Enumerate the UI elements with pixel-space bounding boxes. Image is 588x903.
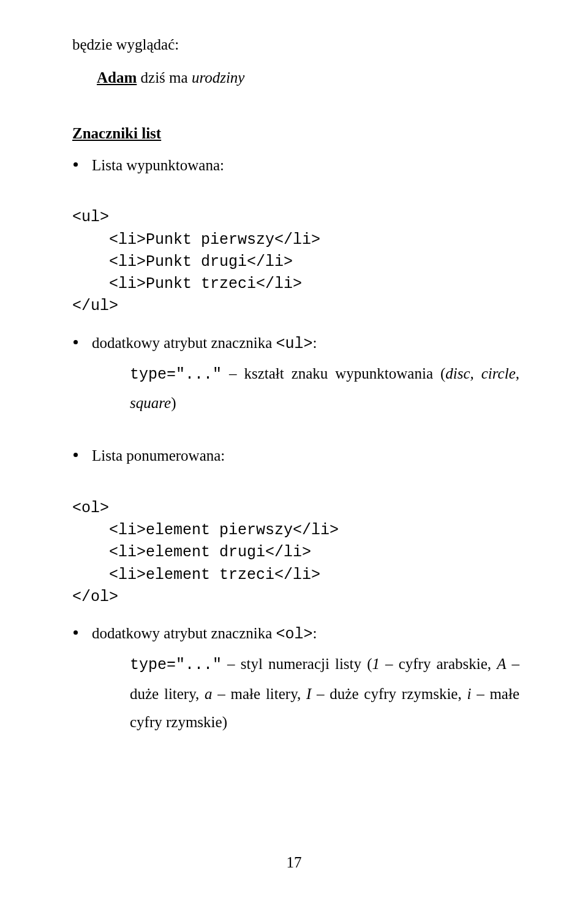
code-line: <li>Punkt pierwszy</li> [109, 231, 320, 249]
section-heading-znaczniki-list: Znaczniki list [72, 119, 519, 148]
bullet-ul-attribute: dodatkowy atrybut znacznika <ul>: [72, 329, 519, 358]
bullet-lista-wypunktowana: Lista wypunktowana: [72, 151, 519, 179]
sub-item-ul-type: type="..." – kształt znaku wypunktowania… [72, 360, 519, 418]
bullet-lista-ponumerowana: Lista ponumerowana: [72, 442, 519, 470]
bullet-label: dodatkowy atrybut znacznika <ol>: [92, 625, 317, 641]
code-line: <li>element drugi</li> [109, 543, 311, 561]
page-number: 17 [0, 854, 588, 871]
code-line: <li>element trzeci</li> [109, 566, 320, 584]
code-line: <li>Punkt trzeci</li> [109, 275, 302, 293]
code-line: </ul> [72, 297, 118, 315]
bullet-ol-attribute: dodatkowy atrybut znacznika <ol>: [72, 619, 519, 649]
bullet-label: Lista wypunktowana: [92, 157, 224, 173]
bullet-label: Lista ponumerowana: [92, 447, 225, 464]
code-line: <li>element pierwszy</li> [109, 521, 339, 539]
bullet-label: dodatkowy atrybut znacznika <ul>: [92, 334, 317, 351]
code-line: <ol> [72, 499, 109, 517]
intro-line: będzie wyglądać: [72, 31, 519, 59]
code-line: <li>Punkt drugi</li> [109, 253, 293, 271]
code-block-ul: <ul> <li>Punkt pierwszy</li> <li>Punkt d… [72, 184, 519, 318]
code-line: <ul> [72, 208, 109, 226]
example-rendered-line: Adam dziś ma urodziny [97, 64, 519, 92]
code-block-ol: <ol> <li>element pierwszy</li> <li>eleme… [72, 475, 519, 609]
sub-item-ol-type: type="..." – styl numeracji listy (1 – c… [72, 650, 519, 736]
code-line: </ol> [72, 588, 118, 606]
